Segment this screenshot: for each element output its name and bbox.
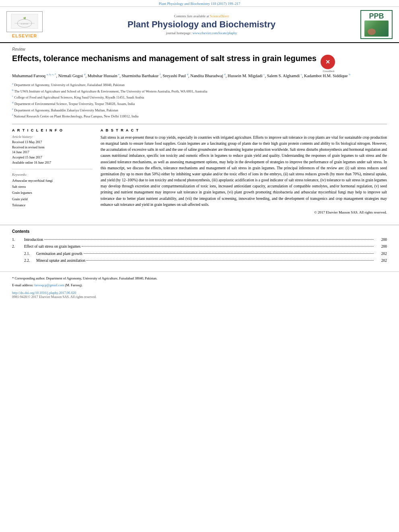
received-date: Received 13 May 2017 [12, 140, 93, 145]
affiliation-e: e Department of Agronomy, Bahauddin Zaka… [12, 107, 387, 113]
available-online: Available online 16 June 2017 [12, 160, 93, 166]
contents-label-2-2: Mineral uptake and assimilation [36, 258, 85, 263]
email-line: E-mail address: farooqcp@gmail.com (M. F… [12, 283, 387, 288]
alghamdi-sup: c [301, 73, 302, 76]
two-col-section: A R T I C L E I N F O Article history: R… [12, 124, 387, 214]
svg-rect-0 [11, 14, 38, 29]
contents-label-2-1: Germination and plant growth [36, 251, 82, 257]
keyword-5: Tolerance [12, 202, 93, 208]
siddique-sup: b [349, 73, 350, 76]
elsevier-wordmark: ELSEVIER [6, 33, 43, 38]
homepage-url[interactable]: www.elsevier.com/locate/plaphy [192, 31, 237, 35]
journal-header: 🌿 ELSEVIER ELSEVIER Contents lists avail… [0, 7, 399, 43]
contents-number-1: 1. [12, 237, 24, 242]
doi-link[interactable]: http://dx.doi.org/10.1016/j.plaphy.2017.… [12, 291, 76, 295]
authors: Muhammad Farooq a, b, c, *, Nirmali Gogo… [12, 72, 387, 79]
keyword-4: Grain yield [12, 196, 93, 202]
journal-center: Contents lists available at ScienceDirec… [43, 14, 360, 35]
contents-item-2-2: 2.2. Mineral uptake and assimilation 202 [12, 258, 387, 263]
asterisk-label: * [12, 276, 14, 280]
elsevier-logo: 🌿 ELSEVIER ELSEVIER [6, 11, 43, 38]
keyword-3: Grain legumes [12, 190, 93, 196]
article-title: Effects, tolerance mechanisms and manage… [12, 53, 317, 64]
journal-title: Plant Physiology and Biochemistry [43, 19, 360, 30]
affiliation-a: a Department of Agronomy, University of … [12, 82, 387, 88]
affiliation-c: c College of Food and Agricultural Scien… [12, 94, 387, 100]
abstract-copyright: © 2017 Elsevier Masson SAS. All rights r… [101, 210, 387, 214]
contents-label-2: Effect of salt stress on grain legumes [24, 244, 80, 249]
contents-item-2-1: 2.1. Germination and plant growth 202 [12, 251, 387, 257]
article-info-column: A R T I C L E I N F O Article history: R… [12, 128, 93, 214]
journal-homepage: journal homepage: www.elsevier.com/locat… [43, 31, 360, 35]
email-suffix: (M. Farooq). [65, 283, 83, 287]
farooq-sup: a, b, c, * [47, 73, 56, 76]
email-link[interactable]: farooqcp@gmail.com [34, 283, 64, 287]
contents-item-1: 1. Introduction 200 [12, 237, 387, 242]
migdadi-sup: c [263, 73, 265, 76]
journal-reference-text: Plant Physiology and Biochemistry 118 (2… [159, 2, 241, 6]
affiliation-d: d Department of Environmental Science, T… [12, 101, 387, 107]
keyword-2: Salt stress [12, 184, 93, 190]
contents-number-2-1: 2.1. [24, 251, 36, 257]
contents-label-1: Introduction [24, 237, 43, 242]
homepage-label: journal homepage: [166, 31, 192, 35]
sciencedirect-line: Contents lists available at ScienceDirec… [43, 14, 360, 18]
keyword-1: Arbuscular mycorrhizal fungi [12, 178, 93, 184]
hussain-sup: e [118, 73, 119, 76]
keywords-block: Keywords: Arbuscular mycorrhizal fungi S… [12, 173, 93, 208]
contents-dots-2-2 [86, 260, 374, 261]
issn-text: 0981-9428/© 2017 Elsevier Masson SAS. Al… [12, 295, 387, 299]
abstract-column: A B S T R A C T Salt stress is an ever-p… [101, 128, 387, 214]
section-label: Review [12, 47, 387, 51]
crossmark-icon[interactable]: ✕ [321, 55, 335, 69]
main-content: Review Effects, tolerance mechanisms and… [0, 43, 399, 218]
abstract-heading: A B S T R A C T [101, 128, 387, 132]
ppb-logo-box: PPB [360, 10, 393, 39]
affiliations: a Department of Agronomy, University of … [12, 82, 387, 119]
article-info-heading: A R T I C L E I N F O [12, 128, 93, 132]
crossmark-badge: ✕ CrossMark [321, 55, 337, 72]
contents-heading: Contents [12, 229, 387, 234]
paul-sup: d [187, 73, 189, 76]
contents-item-2: 2. Effect of salt stress on grain legume… [12, 244, 387, 249]
ppb-letters: PPB [369, 12, 384, 20]
accepted-date: Accepted 15 June 2017 [12, 155, 93, 160]
affiliation-f: f National Research Centre on Plant Biot… [12, 113, 387, 119]
abstract-text: Salt stress is an ever-present threat to… [101, 135, 387, 208]
gogoi-sup: d [84, 73, 86, 76]
corresponding-note: * Corresponding author. Department of Ag… [12, 276, 387, 281]
revised-date: 14 June 2017 [12, 150, 93, 155]
contents-available-text: Contents lists available at [174, 14, 209, 18]
contents-dots-2 [82, 246, 374, 246]
contents-number-2: 2. [12, 244, 24, 249]
contents-page-2: 200 [375, 244, 387, 249]
sciencedirect-link[interactable]: ScienceDirect [210, 14, 229, 18]
contents-dots-1 [44, 239, 374, 240]
contents-page-1: 200 [375, 237, 387, 242]
journal-reference-bar: Plant Physiology and Biochemistry 118 (2… [0, 0, 399, 7]
history-label: Article history: [12, 135, 93, 139]
footer-notes: * Corresponding author. Department of Ag… [0, 271, 399, 303]
barthakur-sup: f [160, 73, 160, 76]
ppb-logo: PPB [360, 10, 393, 39]
keywords-label: Keywords: [12, 173, 93, 177]
received-revised-label: Received in revised form [12, 145, 93, 150]
email-label: E-mail address: [12, 283, 33, 287]
svg-text:ELSEVIER: ELSEVIER [21, 23, 29, 25]
contents-page-2-1: 202 [375, 251, 387, 257]
contents-dots-2-1 [84, 253, 374, 254]
ppb-cover-image [364, 21, 389, 37]
contents-number-2-2: 2.2. [24, 258, 36, 263]
article-history-block: Article history: Received 13 May 2017 Re… [12, 135, 93, 169]
title-crossmark-container: Effects, tolerance mechanisms and manage… [12, 53, 387, 72]
affiliation-b: b The UWA Institute of Agriculture and S… [12, 88, 387, 94]
bharadwaj-sup: d [224, 73, 226, 76]
contents-page-2-2: 202 [375, 258, 387, 263]
elsevier-logo-image: 🌿 ELSEVIER [6, 11, 43, 32]
contents-section: Contents 1. Introduction 200 2. Effect o… [0, 225, 399, 263]
